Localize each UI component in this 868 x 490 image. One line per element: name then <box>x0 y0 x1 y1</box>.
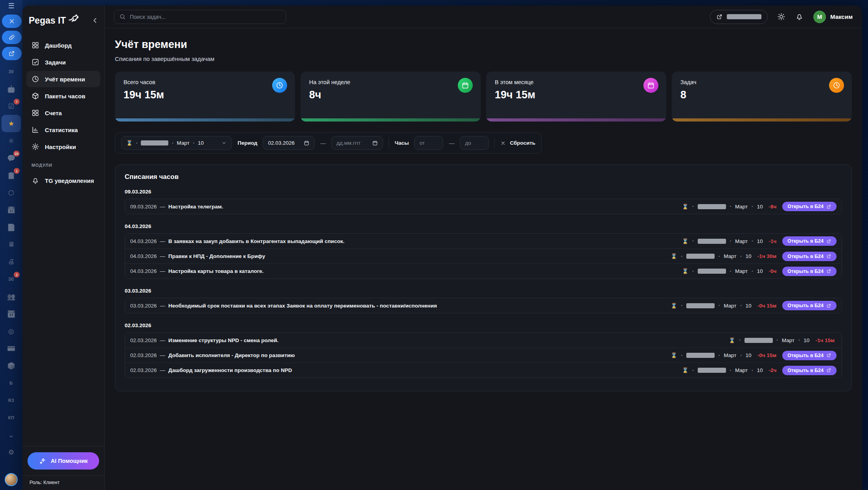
background-menu-item[interactable]: ★ <box>2 115 21 132</box>
external-link-icon <box>826 353 831 358</box>
external-link-icon <box>826 204 831 209</box>
entry-title: Настройка телеграм. <box>168 204 223 210</box>
background-menu-item[interactable]: ⚙ <box>0 444 22 461</box>
hours-to-input[interactable] <box>465 140 484 146</box>
calendar-icon <box>458 78 473 93</box>
search-input[interactable] <box>130 14 281 20</box>
background-menu-item[interactable]: R3 <box>0 392 22 409</box>
sidebar: Pegas IT Дашборд Задачи Учёт времени Пак… <box>22 6 105 490</box>
brand-logo: Pegas IT <box>29 15 66 26</box>
open-in-b24-button[interactable]: Открыть в Б24 <box>782 366 837 375</box>
background-menu-item[interactable]: 💳 <box>0 340 22 357</box>
sidebar-item-clock[interactable]: Учёт времени <box>26 71 100 87</box>
sidebar-item-label: Счета <box>45 110 62 116</box>
redacted-task-name <box>686 303 715 308</box>
background-menu-item[interactable]: ◎ <box>0 322 22 340</box>
date-from-input[interactable]: 02.03.2026 <box>263 136 315 150</box>
sparkles-icon <box>39 457 47 465</box>
group-date: 04.03.2026 <box>125 223 842 229</box>
background-menu-item[interactable]: 🤖 <box>0 80 22 98</box>
sidebar-item-gear[interactable]: Настройки <box>26 138 100 155</box>
hourglass-icon: ⌛ <box>671 303 677 309</box>
time-entry-row: 04.03.2026 — Настройка карты товара в ка… <box>125 263 842 278</box>
sidebar-item-label: Настройки <box>45 144 76 150</box>
background-menu-item[interactable]: 📦 <box>0 357 22 374</box>
calendar-icon <box>372 140 378 146</box>
entry-date: 04.03.2026 <box>130 238 157 244</box>
task-filter-select[interactable]: ⌛ • • Март • 10 <box>121 136 232 150</box>
date-to-input[interactable]: дд.мм.гггг <box>331 136 383 150</box>
background-pill-extlink[interactable] <box>2 47 22 60</box>
entry-day: 10 <box>746 352 752 358</box>
ai-assistant-button[interactable]: AI Помощник <box>28 452 99 470</box>
background-menu-item[interactable]: Б <box>0 374 22 392</box>
entry-day: 10 <box>757 367 763 373</box>
sidebar-collapse-button[interactable] <box>91 16 100 25</box>
hours-to-field[interactable] <box>460 136 489 150</box>
clock-icon <box>272 78 287 93</box>
stat-card: На этой неделе 8ч <box>300 72 481 122</box>
entry-day: 10 <box>757 204 763 210</box>
entry-hours: -8ч <box>768 204 776 210</box>
background-menu-item[interactable]: 📋1 <box>0 167 22 184</box>
background-menu-item[interactable]: ⌄ <box>0 426 22 444</box>
open-in-b24-button[interactable]: Открыть в Б24 <box>782 351 837 360</box>
background-menu-item[interactable]: 💬26 <box>0 149 22 167</box>
user-menu[interactable]: M Максим <box>813 11 853 23</box>
background-pill-close[interactable] <box>2 15 22 28</box>
reset-filters-button[interactable]: Сбросить <box>500 140 535 146</box>
hourglass-icon: ⌛ <box>126 140 133 146</box>
sidebar-item-bell[interactable]: TG уведомления <box>26 172 100 189</box>
calendar-icon <box>643 78 658 93</box>
background-menu-item[interactable]: 🖨 <box>0 253 22 271</box>
background-menu-item[interactable]: 🖥 <box>0 236 22 253</box>
stats-row: Всего часов 19ч 15м На этой неделе 8ч В … <box>115 72 852 122</box>
sidebar-item-dashboard[interactable]: Счета <box>26 105 100 121</box>
background-user-avatar[interactable] <box>5 473 18 486</box>
notification-badge: 1 <box>14 168 20 174</box>
background-menu-item[interactable]: 30 <box>0 63 22 80</box>
sidebar-item-dashboard[interactable]: Дашборд <box>26 37 100 53</box>
background-menu-item[interactable]: 📆 <box>0 305 22 322</box>
open-in-b24-button[interactable]: Открыть в Б24 <box>782 236 837 246</box>
hamburger-menu-icon[interactable]: ☰ <box>0 0 22 12</box>
entry-hours: -1ч 15м <box>815 337 835 343</box>
open-in-b24-button[interactable]: Открыть в Б24 <box>782 252 837 261</box>
entry-month: Март <box>724 303 736 309</box>
background-menu-item[interactable]: ✉2 <box>0 271 22 288</box>
entry-month: Март <box>735 268 748 274</box>
hours-from-input[interactable] <box>419 140 438 146</box>
redacted-task-name <box>698 204 726 209</box>
background-menu-item[interactable]: ⚛ <box>0 132 22 149</box>
background-menu-item[interactable]: ⬡ <box>0 184 22 201</box>
page-subtitle: Списания по завершённым задачам <box>115 55 852 62</box>
entry-hours: -1ч <box>768 238 776 244</box>
background-menu-item[interactable]: 👥 <box>0 288 22 305</box>
hourglass-icon: ⌛ <box>671 352 677 358</box>
background-menu-item[interactable]: КП <box>0 409 22 426</box>
sidebar-item-package[interactable]: Пакеты часов <box>26 88 100 104</box>
entry-date: 02.03.2026 <box>130 337 157 343</box>
background-pill-link[interactable] <box>2 31 22 44</box>
entry-day: 10 <box>746 303 752 309</box>
time-entry-row: 02.03.2026 — Дашборд загруженности произ… <box>125 363 842 378</box>
search-box[interactable] <box>114 10 286 24</box>
theme-toggle-button[interactable] <box>777 13 786 21</box>
open-in-b24-button[interactable]: Открыть в Б24 <box>782 301 837 310</box>
task-month: Март <box>177 140 190 146</box>
background-menu-item[interactable]: 📅 <box>0 201 22 219</box>
main-area: M Максим Учёт времени Списания по заверш… <box>105 6 862 490</box>
external-link-icon <box>826 303 831 308</box>
stat-card: Всего часов 19ч 15м <box>115 72 295 122</box>
hours-from-field[interactable] <box>414 136 443 150</box>
open-portal-button[interactable] <box>710 10 768 24</box>
sidebar-item-chart[interactable]: Статистика <box>26 122 100 138</box>
time-entry-row: 09.03.2026 — Настройка телеграм. ⌛ • • М… <box>125 199 842 214</box>
background-menu-item[interactable]: ☑7 <box>0 98 22 115</box>
sidebar-item-tasks[interactable]: Задачи <box>26 54 100 70</box>
notifications-button[interactable] <box>795 13 804 21</box>
page-title: Учёт времени <box>115 39 852 51</box>
background-menu-item[interactable]: 📄 <box>0 219 22 236</box>
open-in-b24-button[interactable]: Открыть в Б24 <box>782 267 837 276</box>
open-in-b24-button[interactable]: Открыть в Б24 <box>782 202 837 211</box>
